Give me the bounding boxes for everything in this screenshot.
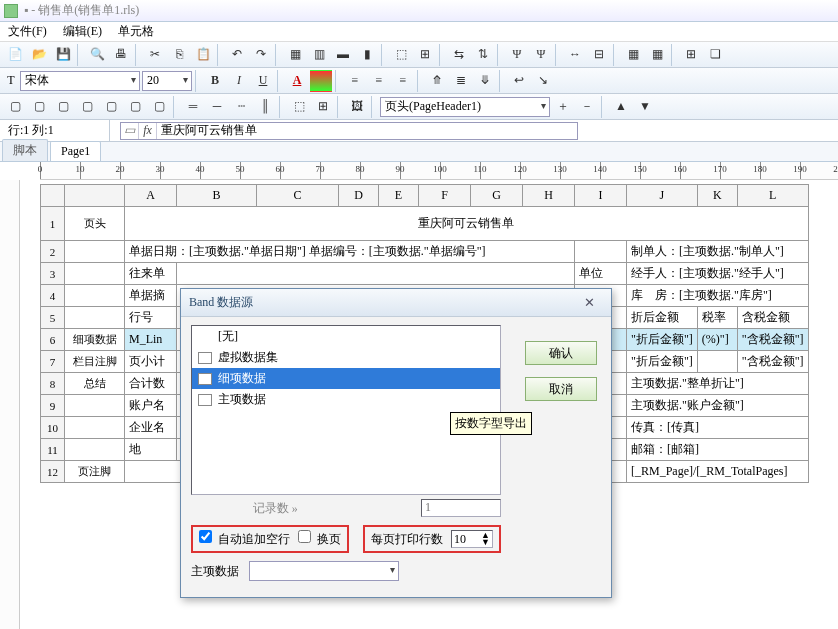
- band-label[interactable]: [65, 439, 125, 461]
- tool-icon-4[interactable]: Ψ: [530, 44, 552, 66]
- cell[interactable]: 单位: [575, 263, 627, 285]
- cell[interactable]: "含税金额"]: [737, 329, 808, 351]
- section-add-icon[interactable]: ＋: [552, 96, 574, 118]
- align-center-icon[interactable]: ≡: [368, 70, 390, 92]
- border-style-icon-4[interactable]: ║: [254, 96, 276, 118]
- row-header[interactable]: 4: [41, 285, 65, 307]
- border-icon-5[interactable]: ▢: [100, 96, 122, 118]
- ok-button[interactable]: 确认: [525, 341, 597, 365]
- font-combo[interactable]: 宋体: [20, 71, 140, 91]
- band-label[interactable]: 细项数据: [65, 329, 125, 351]
- row-header[interactable]: 2: [41, 241, 65, 263]
- cell[interactable]: 含税金额: [737, 307, 808, 329]
- tool-icon-10[interactable]: ❏: [704, 44, 726, 66]
- fill-color-icon[interactable]: [310, 70, 332, 92]
- italic-icon[interactable]: I: [228, 70, 250, 92]
- border-style-icon-1[interactable]: ═: [182, 96, 204, 118]
- cell-reference[interactable]: 行:1 列:1: [0, 120, 110, 141]
- fx-icon[interactable]: fx: [139, 123, 157, 139]
- cell[interactable]: [177, 263, 575, 285]
- cell[interactable]: 经手人：[主项数据."经手人"]: [627, 263, 809, 285]
- merge-icon[interactable]: ⬚: [390, 44, 412, 66]
- row-header[interactable]: 5: [41, 307, 65, 329]
- preview-icon[interactable]: 🔍: [86, 44, 108, 66]
- band-label[interactable]: [65, 263, 125, 285]
- tool-icon-6[interactable]: ⊟: [588, 44, 610, 66]
- copy-icon[interactable]: ⎘: [168, 44, 190, 66]
- cell[interactable]: 主项数据."整单折让"]: [627, 373, 809, 395]
- cell[interactable]: 合计数: [125, 373, 177, 395]
- bold-icon[interactable]: B: [204, 70, 226, 92]
- column-header[interactable]: J: [627, 185, 698, 207]
- cell[interactable]: 传真：[传真]: [627, 417, 809, 439]
- tool-icon-8[interactable]: ▦: [646, 44, 668, 66]
- column-header[interactable]: H: [523, 185, 575, 207]
- band-label[interactable]: [65, 285, 125, 307]
- border-icon-3[interactable]: ▢: [52, 96, 74, 118]
- align-right-icon[interactable]: ≡: [392, 70, 414, 92]
- cut-icon[interactable]: ✂: [144, 44, 166, 66]
- record-count-input[interactable]: 1: [421, 499, 501, 517]
- cell[interactable]: M_Lin: [125, 329, 177, 351]
- lines-per-page-input[interactable]: 10▲▼: [451, 530, 493, 548]
- tool-icon-3[interactable]: Ψ: [506, 44, 528, 66]
- column-header[interactable]: F: [419, 185, 471, 207]
- cell[interactable]: 行号: [125, 307, 177, 329]
- datasource-item[interactable]: [无]: [192, 326, 500, 347]
- border-icon-4[interactable]: ▢: [76, 96, 98, 118]
- column-header[interactable]: I: [575, 185, 627, 207]
- cell[interactable]: [575, 241, 627, 263]
- cell[interactable]: 邮箱：[邮箱]: [627, 439, 809, 461]
- new-icon[interactable]: 📄: [4, 44, 26, 66]
- datasource-item[interactable]: 虚拟数据集: [192, 347, 500, 368]
- print-icon[interactable]: 🖶: [110, 44, 132, 66]
- row-header[interactable]: 1: [41, 207, 65, 241]
- save-icon[interactable]: 💾: [52, 44, 74, 66]
- column-header[interactable]: K: [697, 185, 737, 207]
- border-style-icon-2[interactable]: ─: [206, 96, 228, 118]
- border-icon-1[interactable]: ▢: [4, 96, 26, 118]
- cell[interactable]: 往来单: [125, 263, 177, 285]
- master-data-combo[interactable]: [249, 561, 399, 581]
- move-down-icon[interactable]: ▼: [634, 96, 656, 118]
- cancel-button[interactable]: 取消: [525, 377, 597, 401]
- cell[interactable]: 折后金额: [627, 307, 698, 329]
- row-header[interactable]: 10: [41, 417, 65, 439]
- cell[interactable]: 重庆阿可云销售单: [125, 207, 809, 241]
- open-icon[interactable]: 📂: [28, 44, 50, 66]
- border-icon-7[interactable]: ▢: [148, 96, 170, 118]
- font-color-icon[interactable]: A: [286, 70, 308, 92]
- menu-edit[interactable]: 编辑(E): [59, 21, 106, 42]
- split-icon[interactable]: ⊞: [414, 44, 436, 66]
- tool-icon-1[interactable]: ⇆: [448, 44, 470, 66]
- merge-cells-icon[interactable]: ⬚: [288, 96, 310, 118]
- move-up-icon[interactable]: ▲: [610, 96, 632, 118]
- valign-middle-icon[interactable]: ≣: [450, 70, 472, 92]
- cell[interactable]: 主项数据."账户金额"]: [627, 395, 809, 417]
- band-label[interactable]: 页注脚: [65, 461, 125, 483]
- band-label[interactable]: 页头: [65, 207, 125, 241]
- band-label[interactable]: [65, 241, 125, 263]
- menu-cell[interactable]: 单元格: [114, 21, 158, 42]
- row-header[interactable]: 11: [41, 439, 65, 461]
- image-icon[interactable]: 🖼: [346, 96, 368, 118]
- column-header[interactable]: E: [379, 185, 419, 207]
- cell[interactable]: 账户名: [125, 395, 177, 417]
- unmerge-cells-icon[interactable]: ⊞: [312, 96, 334, 118]
- underline-icon[interactable]: U: [252, 70, 274, 92]
- tool-icon-2[interactable]: ⇅: [472, 44, 494, 66]
- border-icon-2[interactable]: ▢: [28, 96, 50, 118]
- band-label[interactable]: [65, 417, 125, 439]
- tab-script[interactable]: 脚本: [2, 139, 48, 161]
- close-icon[interactable]: ✕: [575, 294, 603, 312]
- wrap-icon[interactable]: ↩: [508, 70, 530, 92]
- column-header[interactable]: L: [737, 185, 808, 207]
- datasource-item[interactable]: 细项数据: [192, 368, 500, 389]
- cell[interactable]: 地: [125, 439, 177, 461]
- page-break-checkbox[interactable]: 换页: [298, 530, 341, 548]
- valign-bottom-icon[interactable]: ⤋: [474, 70, 496, 92]
- band-label[interactable]: [65, 395, 125, 417]
- name-box-icon[interactable]: ▭: [121, 123, 139, 139]
- column-header[interactable]: G: [471, 185, 523, 207]
- cell[interactable]: (%)"]: [697, 329, 737, 351]
